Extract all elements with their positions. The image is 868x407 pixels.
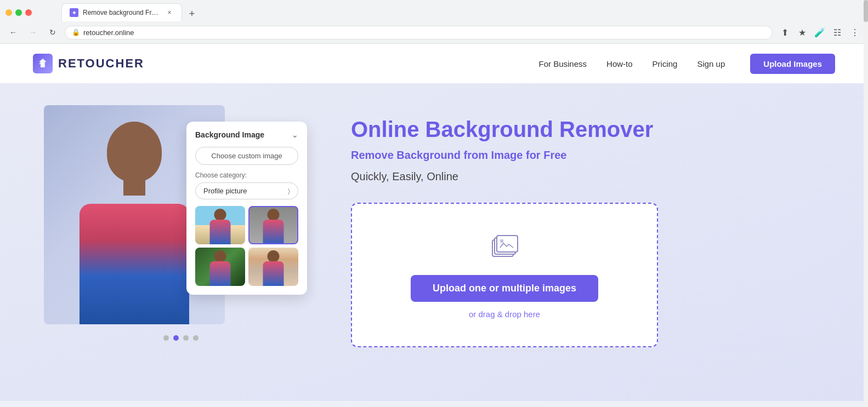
bg-thumb-beach[interactable] bbox=[195, 206, 245, 244]
close-btn[interactable]: × bbox=[25, 9, 32, 16]
window-controls: ─ □ × bbox=[5, 9, 32, 16]
person-neck bbox=[123, 179, 145, 196]
choose-custom-btn[interactable]: Choose custom image bbox=[195, 147, 298, 165]
grid-btn[interactable]: ☷ bbox=[830, 25, 845, 40]
bg-thumb-mountain[interactable] bbox=[248, 248, 298, 286]
logo-text: RETOUCHER bbox=[58, 56, 144, 71]
tab-close-btn[interactable]: × bbox=[165, 8, 174, 17]
header-nav: For Business How-to Pricing Sign up Uplo… bbox=[539, 54, 836, 74]
person-head bbox=[107, 122, 162, 182]
category-select[interactable]: Profile picture 〉 bbox=[195, 182, 298, 199]
tab-title: Remove background From Imag... bbox=[83, 9, 161, 16]
svg-rect-2 bbox=[497, 236, 518, 252]
thumb-person-leaves bbox=[208, 250, 232, 286]
browser-chrome: ─ □ × ✦ Remove background From Imag... ×… bbox=[0, 0, 868, 44]
hero-title: Online Background Remover bbox=[351, 116, 824, 142]
back-btn[interactable]: ← bbox=[5, 25, 21, 40]
pricing-link[interactable]: Pricing bbox=[653, 59, 678, 68]
person-body bbox=[80, 204, 189, 324]
header-upload-btn[interactable]: Upload Images bbox=[750, 54, 835, 74]
sign-up-link[interactable]: Sign up bbox=[697, 59, 725, 68]
address-input[interactable] bbox=[83, 28, 765, 37]
dot-2[interactable] bbox=[173, 335, 179, 341]
maximize-btn[interactable]: □ bbox=[15, 9, 22, 16]
title-bar: ─ □ × ✦ Remove background From Imag... ×… bbox=[0, 0, 868, 21]
thumb-person-studio bbox=[261, 209, 286, 244]
bg-thumb-leaves[interactable] bbox=[195, 248, 245, 286]
minimize-btn[interactable]: ─ bbox=[5, 9, 12, 16]
dot-1[interactable] bbox=[163, 335, 169, 341]
dot-4[interactable] bbox=[193, 335, 198, 341]
share-btn[interactable]: ⬆ bbox=[777, 25, 792, 40]
extensions-btn[interactable]: 🧪 bbox=[812, 25, 827, 40]
lock-icon: 🔒 bbox=[72, 28, 80, 36]
bookmark-btn[interactable]: ★ bbox=[795, 25, 810, 40]
site-header: RETOUCHER For Business How-to Pricing Si… bbox=[0, 44, 868, 83]
refresh-btn[interactable]: ↻ bbox=[45, 25, 60, 40]
page: RETOUCHER For Business How-to Pricing Si… bbox=[0, 44, 868, 407]
address-bar-wrap: 🔒 bbox=[65, 26, 773, 39]
person-silhouette bbox=[63, 116, 206, 324]
nav-bar: ← → ↻ 🔒 ⬆ ★ 🧪 ☷ ⋮ bbox=[0, 21, 868, 43]
new-tab-btn[interactable]: + bbox=[184, 6, 200, 21]
category-arrow-icon: 〉 bbox=[288, 187, 290, 195]
scrollbar[interactable] bbox=[864, 0, 868, 407]
bg-panel: Background Image ⌄ Choose custom image C… bbox=[186, 122, 307, 295]
svg-rect-3 bbox=[500, 239, 503, 243]
logo-icon bbox=[33, 54, 53, 73]
nav-actions: ⬆ ★ 🧪 ☷ ⋮ bbox=[777, 25, 863, 40]
bg-thumb-studio[interactable] bbox=[248, 206, 298, 244]
hero-section: Background Image ⌄ Choose custom image C… bbox=[0, 83, 868, 401]
logo[interactable]: RETOUCHER bbox=[33, 54, 144, 73]
scrollbar-thumb[interactable] bbox=[864, 0, 868, 22]
for-business-link[interactable]: For Business bbox=[539, 59, 587, 68]
bg-panel-title: Background Image bbox=[195, 130, 264, 139]
bg-panel-header: Background Image ⌄ bbox=[195, 130, 298, 139]
tab-favicon: ✦ bbox=[70, 8, 78, 17]
choose-category-label: Choose category: bbox=[195, 171, 298, 179]
hero-right: Online Background Remover Remove Backgro… bbox=[318, 105, 824, 347]
upload-drag-text: or drag & drop here bbox=[374, 309, 635, 319]
hero-subtitle: Remove Background from Image for Free bbox=[351, 149, 824, 162]
how-to-link[interactable]: How-to bbox=[606, 59, 633, 68]
active-tab[interactable]: ✦ Remove background From Imag... × bbox=[61, 3, 182, 21]
menu-btn[interactable]: ⋮ bbox=[847, 25, 863, 40]
dots-indicator bbox=[44, 335, 318, 341]
category-select-value: Profile picture bbox=[203, 187, 247, 195]
upload-main-btn[interactable]: Upload one or multiple images bbox=[411, 275, 598, 302]
forward-btn[interactable]: → bbox=[25, 25, 41, 40]
upload-drop-area[interactable]: Upload one or multiple images or drag & … bbox=[351, 203, 658, 347]
thumb-person-mountain bbox=[261, 250, 286, 286]
tab-bar: ✦ Remove background From Imag... × + bbox=[39, 3, 222, 21]
upload-icon bbox=[374, 231, 635, 264]
thumb-person-beach bbox=[208, 209, 232, 244]
bg-thumbnails bbox=[195, 206, 298, 286]
hero-left: Background Image ⌄ Choose custom image C… bbox=[44, 105, 318, 341]
hero-tagline: Quickly, Easily, Online bbox=[351, 170, 824, 183]
bg-panel-chevron-icon[interactable]: ⌄ bbox=[292, 130, 298, 139]
dot-3[interactable] bbox=[183, 335, 189, 341]
